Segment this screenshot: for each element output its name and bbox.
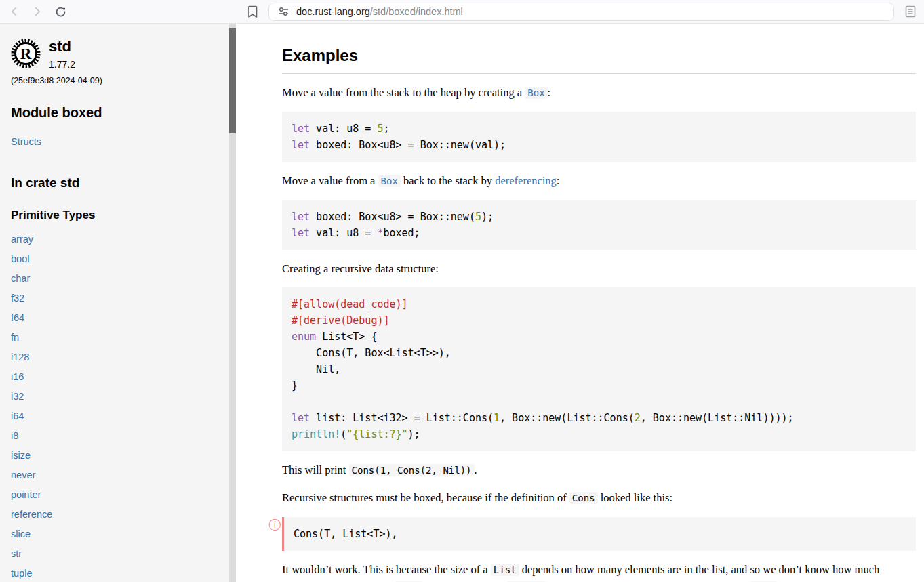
sidebar-link-f32[interactable]: f32 — [11, 293, 220, 304]
url-bar[interactable]: doc.rust-lang.org/std/boxed/index.html — [268, 3, 894, 21]
inline-code-link[interactable]: Box — [378, 175, 401, 187]
code-token: ); — [408, 428, 420, 440]
sidebar-link-tuple[interactable]: tuple — [11, 568, 220, 579]
code-line: } — [292, 377, 906, 394]
build-info: (25ef9e3d8 2024-04-09) — [11, 76, 220, 85]
inline-code-link[interactable]: Box — [525, 87, 547, 99]
code-token: val: u8 = — [310, 227, 377, 239]
code-token: let — [292, 211, 310, 223]
paragraph: Move a value from the stack to the heap … — [282, 84, 916, 102]
code-token: Nil, — [292, 363, 340, 375]
url-text: doc.rust-lang.org/std/boxed/index.html — [296, 6, 463, 17]
url-host: doc.rust-lang.org — [296, 6, 370, 17]
code-line: let val: u8 = 5; — [292, 121, 906, 137]
chevron-right-icon — [31, 5, 43, 18]
code-block: #[allow(dead_code)]#[derive(Debug)]enum … — [282, 287, 916, 451]
code-token: let — [292, 227, 310, 239]
sidebar-scrollbar[interactable] — [229, 24, 236, 582]
sidebar-link-fn[interactable]: fn — [11, 332, 220, 344]
sidebar-link-never[interactable]: never — [11, 470, 220, 481]
code-line: Cons(T, List<T>), — [294, 526, 906, 542]
back-button[interactable] — [5, 3, 23, 20]
sidebar-link-i32[interactable]: i32 — [11, 391, 220, 402]
code-token: 5 — [475, 211, 481, 223]
code-line: Nil, — [292, 361, 906, 377]
text-segment: back to the stack by — [401, 174, 495, 187]
module-links: Structs — [11, 136, 220, 148]
reload-button[interactable] — [52, 3, 69, 20]
code-line: let boxed: Box<u8> = Box::new(val); — [292, 137, 906, 153]
browser-toolbar: doc.rust-lang.org/std/boxed/index.html — [0, 0, 924, 24]
text-segment: Creating a recursive data structure: — [282, 262, 439, 275]
code-line: Cons(T, Box<List<T>>), — [292, 345, 906, 361]
crate-name[interactable]: std — [49, 39, 75, 55]
text-segment: : — [557, 174, 560, 187]
module-heading: Module boxed — [11, 105, 220, 121]
code-token: boxed; — [383, 227, 420, 239]
code-block: let boxed: Box<u8> = Box::new(5);let val… — [282, 200, 916, 250]
text-segment: . — [475, 463, 477, 476]
sidebar-link-char[interactable]: char — [11, 273, 220, 285]
code-token: "{list:?}" — [346, 428, 407, 440]
code-token: Cons(T, Box<List<T>>), — [292, 347, 451, 359]
sidebar-link-str[interactable]: str — [11, 548, 220, 560]
sidebar-link-i64[interactable]: i64 — [11, 411, 220, 422]
sidebar-scrollbar-thumb[interactable] — [229, 28, 236, 133]
forward-button[interactable] — [28, 3, 46, 20]
sidebar-link-array[interactable]: array — [11, 234, 220, 245]
ignore-example-block: ⓘ Cons(T, List<T>), — [282, 517, 916, 551]
inline-code: Cons — [569, 492, 598, 504]
rust-logo[interactable]: R — [11, 39, 41, 68]
code-token: 1 — [494, 412, 500, 424]
sidebar-link-i8[interactable]: i8 — [11, 430, 220, 442]
text-segment: Move a value from a — [282, 174, 378, 187]
code-line: let val: u8 = *boxed; — [292, 225, 906, 241]
code-token: enum — [292, 331, 316, 343]
sidebar-link-isize[interactable]: isize — [11, 450, 220, 461]
paragraph: This will print Cons(1, Cons(2, Nil)). — [282, 461, 916, 479]
code-token: ); — [481, 211, 494, 223]
code-line: let boxed: Box<u8> = Box::new(5); — [292, 209, 906, 225]
sidebar-link-slice[interactable]: slice — [11, 528, 220, 540]
text-segment: Move a value from the stack to the heap … — [282, 86, 525, 99]
code-token: boxed: Box<u8> = Box::new( — [310, 211, 475, 223]
bookmark-icon — [247, 5, 258, 18]
code-line: println!("{list:?}"); — [292, 426, 906, 442]
info-icon[interactable]: ⓘ — [268, 519, 281, 531]
code-token: let — [292, 123, 310, 135]
inline-code: Cons(1, Cons(2, Nil)) — [349, 464, 475, 476]
svg-text:R: R — [20, 45, 32, 62]
code-token: , Box::new(List::Nil)))); — [641, 412, 794, 424]
code-token: , Box::new(List::Cons( — [500, 412, 635, 424]
paragraph: Move a value from a Box back to the stac… — [282, 172, 916, 190]
sidebar-link-f64[interactable]: f64 — [11, 312, 220, 324]
code-token: val: u8 = — [310, 123, 377, 135]
code-token: #[derive(Debug)] — [292, 314, 390, 327]
sidebar-link-Structs[interactable]: Structs — [11, 136, 220, 148]
reader-mode-button[interactable] — [902, 3, 919, 20]
sidebar-link-bool[interactable]: bool — [11, 253, 220, 265]
code-token: list: List<i32> = List::Cons( — [310, 412, 494, 424]
chevron-left-icon — [8, 5, 20, 18]
sidebar-link-reference[interactable]: reference — [11, 509, 220, 520]
code-line: let list: List<i32> = List::Cons(1, Box:… — [292, 410, 906, 426]
code-token: } — [292, 379, 298, 392]
paragraph: Recursive structures must be boxed, beca… — [282, 489, 916, 507]
site-settings-icon[interactable] — [277, 5, 289, 18]
main-content: Examples Move a value from the stack to … — [236, 24, 924, 582]
primitive-types-heading: Primitive Types — [11, 209, 220, 222]
sidebar-link-i128[interactable]: i128 — [11, 352, 220, 363]
bookmark-button[interactable] — [244, 3, 260, 20]
code-token: List<T> { — [316, 331, 377, 343]
text-segment: : — [548, 86, 551, 99]
inline-code: List — [491, 564, 519, 576]
text-link[interactable]: dereferencing — [495, 174, 557, 187]
text-segment: Recursive structures must be boxed, beca… — [282, 491, 569, 504]
code-block: let val: u8 = 5;let boxed: Box<u8> = Box… — [282, 112, 916, 162]
crate-version: 1.77.2 — [49, 59, 75, 70]
sidebar-link-i16[interactable]: i16 — [11, 371, 220, 383]
url-path: /std/boxed/index.html — [370, 6, 463, 17]
code-line: #[derive(Debug)] — [292, 312, 906, 329]
sidebar-link-pointer[interactable]: pointer — [11, 489, 220, 501]
in-crate-heading: In crate std — [11, 175, 220, 190]
